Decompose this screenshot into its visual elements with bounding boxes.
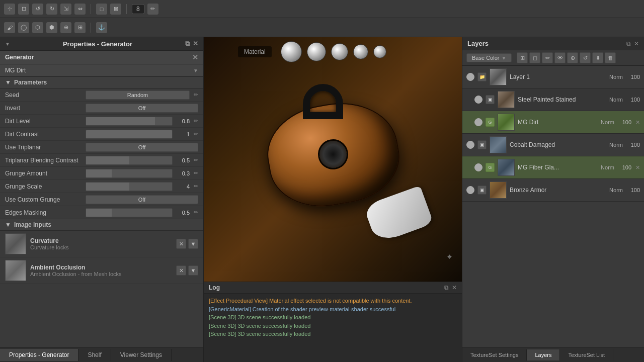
log-pop-icon[interactable]: ⧉ (444, 284, 449, 291)
layer-opacity[interactable]: 100 (626, 142, 640, 148)
layer-eye-toggle[interactable] (466, 141, 474, 149)
bc-tool-import[interactable]: ⬇ (592, 52, 603, 63)
bc-tool-visibility[interactable]: 👁 (554, 52, 566, 63)
tab-viewer-settings[interactable]: Viewer Settings (111, 349, 172, 361)
layer-info: Bronze Armor (510, 187, 606, 194)
tab-textureset-list[interactable]: TextureSet List (560, 349, 613, 360)
param-dirt-level-slider[interactable] (86, 117, 173, 126)
param-grunge-amount-slider[interactable] (86, 169, 173, 178)
bc-tool-duplicate[interactable]: ⊕ (567, 52, 578, 63)
tool-layer[interactable]: ⬡ (32, 22, 43, 33)
layer-close-btn[interactable]: ✕ (635, 164, 640, 171)
log-close-icon[interactable]: ✕ (452, 284, 457, 291)
param-use-triplanar-btn[interactable]: Off (86, 143, 198, 152)
layer-item[interactable]: G MG Dirt Norm 100 ✕ (462, 111, 644, 134)
param-seed-edit-icon[interactable]: ✏ (194, 92, 198, 98)
layer-opacity[interactable]: 100 (626, 187, 640, 193)
ao-dropdown-btn[interactable]: ▼ (188, 265, 198, 276)
tool-text[interactable]: ⊞ (74, 22, 86, 33)
layer-eye-toggle[interactable] (466, 186, 474, 194)
param-grunge-amount-edit-icon[interactable]: ✏ (194, 170, 198, 176)
panel-close-icon[interactable]: ✕ (193, 40, 198, 48)
collapse-icon[interactable]: ▼ (5, 41, 10, 47)
param-grunge-scale-slider[interactable] (86, 182, 173, 191)
curvature-dropdown-btn[interactable]: ▼ (188, 239, 198, 249)
generator-dropdown[interactable]: ▼ (193, 68, 198, 73)
base-color-dropdown[interactable]: Base Color ▼ (466, 53, 512, 62)
layer-item[interactable]: 📁 Layer 1 Norm 100 (462, 66, 644, 88)
tab-properties-generator[interactable]: Properties - Generator (0, 349, 78, 361)
layer-opacity[interactable]: 100 (626, 97, 640, 103)
tool-paint[interactable]: 🖌 (4, 22, 15, 33)
layers-header: Layers ⧉ ✕ (462, 37, 644, 50)
layer-opacity[interactable]: 100 (617, 164, 631, 170)
layer-name: MG Dirt (518, 119, 598, 126)
layer-opacity[interactable]: 100 (617, 119, 631, 125)
param-triplanar-blend-edit-icon[interactable]: ✏ (194, 157, 198, 163)
layers-close-icon[interactable]: ✕ (634, 40, 639, 47)
bc-tool-edit[interactable]: ✏ (542, 52, 553, 63)
bc-tool-add-layer[interactable]: ⊞ (517, 52, 528, 63)
layer-item[interactable]: G MG Fiber Gla... Norm 100 ✕ (462, 156, 644, 179)
param-seed-btn[interactable]: Random (86, 90, 190, 100)
tool-3d[interactable]: □ (96, 4, 107, 15)
layer-blend-mode[interactable]: Norm (601, 119, 614, 125)
layer-blend-mode[interactable]: Norm (609, 97, 623, 103)
tool-rotate[interactable]: ↺ (32, 4, 43, 15)
layer-info: Steel Painted Stained (518, 96, 606, 103)
layer-eye-toggle[interactable] (474, 163, 482, 171)
layer-item[interactable]: ▣ Steel Painted Stained Norm 100 (462, 88, 644, 111)
parameters-section-header[interactable]: ▼ Parameters (0, 77, 203, 88)
curvature-close-btn[interactable]: ✕ (176, 239, 186, 249)
param-grunge-scale-edit-icon[interactable]: ✏ (194, 183, 198, 190)
layer-blend-mode[interactable]: Norm (609, 74, 623, 80)
divider3 (91, 23, 91, 33)
tool-anchor[interactable]: ⚓ (96, 22, 107, 33)
layer-blend-mode[interactable]: Norm (609, 142, 623, 148)
curvature-info: Curvature Curvature locks (30, 237, 172, 250)
param-dirt-contrast-slider[interactable] (86, 130, 173, 139)
viewport[interactable]: Material (204, 37, 462, 282)
tool-mirror[interactable]: ⇔ (74, 4, 86, 15)
layers-pop-icon[interactable]: ⧉ (626, 40, 631, 47)
brush-size[interactable]: 8 (132, 4, 144, 14)
layer-eye-toggle[interactable] (474, 118, 482, 126)
layer-item[interactable]: ▣ Bronze Armor Norm 100 (462, 179, 644, 202)
log-title: Log (209, 284, 220, 291)
param-use-custom-grunge-btn[interactable]: Off (86, 195, 198, 204)
tab-layers[interactable]: Layers (527, 349, 560, 360)
bc-tool-delete[interactable]: 🗑 (605, 52, 616, 63)
tool-scale[interactable]: ⇲ (60, 4, 71, 15)
layer-blend-mode[interactable]: Norm (601, 164, 614, 170)
layer-item[interactable]: ▣ Cobalt Damaged Norm 100 (462, 134, 644, 156)
param-triplanar-blend-slider[interactable] (86, 156, 173, 165)
tool-transform[interactable]: ⊹ (4, 4, 15, 15)
tool-eraser[interactable]: ◯ (18, 22, 29, 33)
param-edges-masking-edit-icon[interactable]: ✏ (194, 209, 198, 216)
tool-expand[interactable]: ⊠ (110, 4, 121, 15)
brush-icon[interactable]: ✏ (147, 4, 158, 15)
bc-tool-refresh[interactable]: ↺ (580, 52, 591, 63)
tool-fill[interactable]: ⬢ (46, 22, 57, 33)
tab-shelf[interactable]: Shelf (78, 349, 111, 361)
tab-textureset-settings[interactable]: TextureSet Settings (462, 349, 527, 360)
param-invert-btn[interactable]: Off (86, 104, 198, 113)
layer-eye-toggle[interactable] (474, 96, 482, 104)
layer-eye-toggle[interactable] (466, 73, 474, 81)
bc-tool-add-mask[interactable]: ◻ (529, 52, 540, 63)
image-inputs-section-header[interactable]: ▼ Image inputs (0, 219, 203, 231)
param-use-triplanar: Use Triplanar Off (0, 141, 203, 154)
generator-close-btn[interactable]: ✕ (192, 53, 198, 61)
layer-opacity[interactable]: 100 (626, 74, 640, 80)
param-dirt-contrast-value: 1 ✏ (86, 130, 198, 139)
tool-move[interactable]: ⊕ (60, 22, 71, 33)
param-dirt-level-edit-icon[interactable]: ✏ (194, 118, 198, 124)
param-dirt-contrast-edit-icon[interactable]: ✏ (194, 131, 198, 137)
ao-close-btn[interactable]: ✕ (176, 265, 186, 276)
panel-pop-icon[interactable]: ⧉ (185, 40, 190, 48)
layer-blend-mode[interactable]: Norm (609, 187, 623, 193)
tool-select[interactable]: ⊡ (18, 4, 29, 15)
param-edges-masking-slider[interactable] (86, 208, 173, 217)
layer-close-btn[interactable]: ✕ (635, 119, 640, 126)
tool-rotate2[interactable]: ↻ (46, 4, 57, 15)
